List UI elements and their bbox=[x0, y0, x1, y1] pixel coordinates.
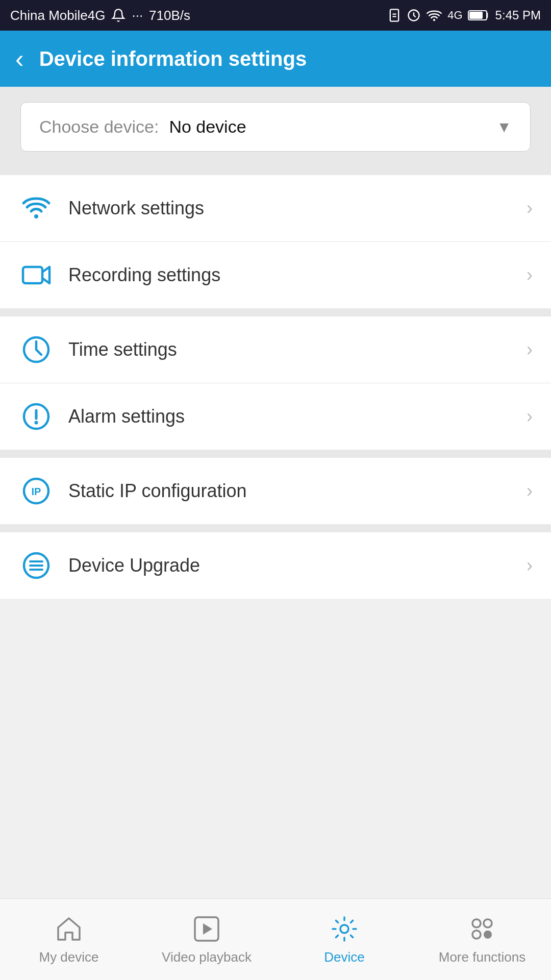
chevron-right-icon-6: › bbox=[527, 555, 533, 576]
section-sep-2 bbox=[0, 308, 551, 316]
wifi-status-icon bbox=[426, 8, 442, 22]
menu-lines-icon bbox=[18, 548, 54, 583]
ip-icon: IP bbox=[18, 473, 54, 509]
chevron-right-icon-4: › bbox=[527, 406, 533, 427]
svg-point-10 bbox=[35, 421, 38, 425]
svg-rect-0 bbox=[390, 9, 398, 21]
nav-item-device[interactable]: Device bbox=[276, 899, 413, 980]
menu-item-upgrade[interactable]: Device Upgrade › bbox=[0, 532, 551, 599]
device-chooser-value: No device bbox=[169, 117, 486, 137]
back-button[interactable]: ‹ bbox=[15, 46, 24, 71]
svg-point-23 bbox=[484, 930, 492, 939]
gear-icon bbox=[329, 914, 360, 944]
section-sep-3 bbox=[0, 450, 551, 458]
svg-point-22 bbox=[472, 930, 481, 939]
svg-rect-6 bbox=[23, 267, 42, 283]
svg-point-19 bbox=[340, 925, 348, 933]
chevron-right-icon-3: › bbox=[527, 339, 533, 360]
menu-section-2: Time settings › Alarm settings › bbox=[0, 316, 551, 450]
clock-status-icon bbox=[407, 8, 421, 22]
status-bar: China Mobile4G ··· 710B/s 4G bbox=[0, 0, 551, 31]
svg-marker-18 bbox=[203, 923, 212, 935]
page-title: Device information settings bbox=[39, 47, 307, 70]
main-content: Choose device: No device ▼ Network setti… bbox=[0, 87, 551, 685]
device-chooser-wrap: Choose device: No device ▼ bbox=[0, 87, 551, 167]
menu-section-3: IP Static IP configuration › bbox=[0, 458, 551, 524]
menu-item-recording[interactable]: Recording settings › bbox=[0, 242, 551, 308]
wifi-icon bbox=[18, 190, 54, 226]
chevron-right-icon-2: › bbox=[527, 264, 533, 286]
home-icon bbox=[54, 914, 84, 944]
menu-item-alarm[interactable]: Alarm settings › bbox=[0, 383, 551, 450]
play-icon bbox=[191, 914, 222, 944]
chevron-right-icon-5: › bbox=[527, 480, 533, 502]
device-chooser[interactable]: Choose device: No device ▼ bbox=[20, 102, 531, 152]
alert-icon bbox=[18, 399, 54, 434]
menu-item-staticip-label: Static IP configuration bbox=[68, 480, 512, 502]
toolbar: ‹ Device information settings bbox=[0, 31, 551, 87]
nav-label-device: Device bbox=[324, 949, 364, 965]
sim-icon bbox=[387, 8, 402, 22]
status-right: 4G 5:45 PM bbox=[387, 8, 541, 22]
nav-item-mydevice[interactable]: My device bbox=[0, 899, 138, 980]
carrier-label: China Mobile4G bbox=[10, 8, 105, 23]
nav-item-videoplayback[interactable]: Video playback bbox=[138, 899, 276, 980]
clock-icon bbox=[18, 332, 54, 368]
svg-point-2 bbox=[433, 19, 435, 21]
signal-label: 4G bbox=[447, 9, 462, 22]
menu-section-1: Network settings › Recording settings › bbox=[0, 175, 551, 308]
nav-label-videoplayback: Video playback bbox=[162, 949, 252, 965]
menu-item-time[interactable]: Time settings › bbox=[0, 316, 551, 383]
menu-item-staticip[interactable]: IP Static IP configuration › bbox=[0, 458, 551, 524]
dots-label: ··· bbox=[132, 8, 143, 23]
camera-icon bbox=[18, 257, 54, 293]
section-sep-4 bbox=[0, 524, 551, 532]
dots-grid-icon bbox=[467, 914, 497, 944]
battery-icon bbox=[468, 9, 490, 22]
device-chooser-label: Choose device: bbox=[39, 117, 159, 137]
svg-point-5 bbox=[34, 214, 38, 218]
menu-item-upgrade-label: Device Upgrade bbox=[68, 555, 512, 576]
section-sep-1 bbox=[0, 167, 551, 175]
chevron-right-icon: › bbox=[527, 198, 533, 219]
svg-point-20 bbox=[472, 919, 481, 927]
svg-rect-4 bbox=[469, 12, 483, 19]
nav-label-morefunctions: More functions bbox=[439, 949, 526, 965]
notification-icon bbox=[111, 8, 126, 22]
menu-item-network[interactable]: Network settings › bbox=[0, 175, 551, 242]
svg-text:IP: IP bbox=[32, 486, 41, 497]
chevron-down-icon: ▼ bbox=[496, 118, 512, 136]
nav-item-morefunctions[interactable]: More functions bbox=[413, 899, 551, 980]
speed-label: 710B/s bbox=[149, 8, 190, 23]
menu-item-alarm-label: Alarm settings bbox=[68, 406, 512, 427]
status-left: China Mobile4G ··· 710B/s bbox=[10, 8, 190, 23]
bottom-nav: My device Video playback Device bbox=[0, 898, 551, 980]
time-label: 5:45 PM bbox=[495, 8, 541, 22]
nav-label-mydevice: My device bbox=[39, 949, 98, 965]
menu-section-4: Device Upgrade › bbox=[0, 532, 551, 599]
menu-item-recording-label: Recording settings bbox=[68, 264, 512, 286]
menu-item-time-label: Time settings bbox=[68, 339, 512, 360]
svg-point-21 bbox=[484, 919, 492, 927]
menu-item-network-label: Network settings bbox=[68, 198, 512, 219]
